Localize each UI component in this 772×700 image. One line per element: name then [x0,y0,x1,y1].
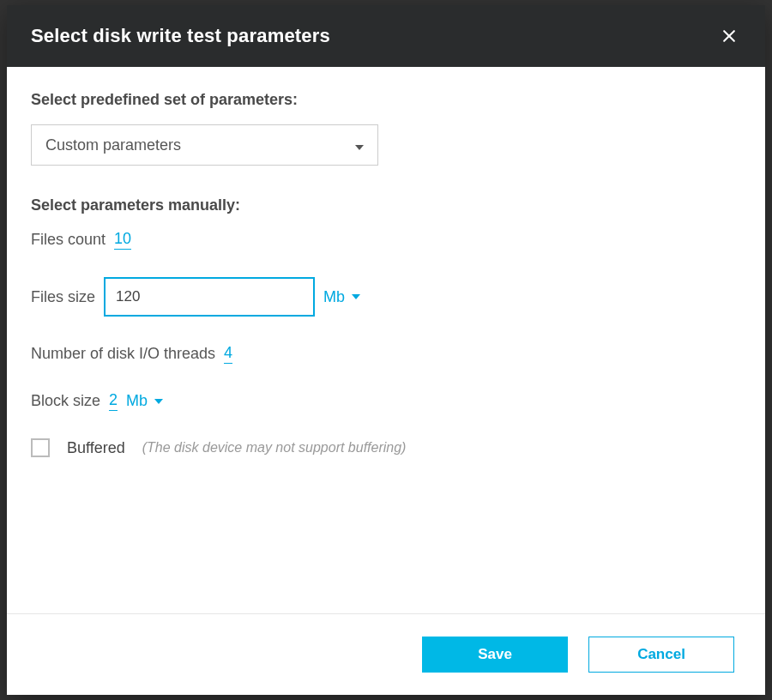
block-size-value[interactable]: 2 [109,391,118,411]
predefined-params-dropdown[interactable]: Custom parameters [31,124,378,166]
chevron-down-icon [355,136,364,154]
buffered-label: Buffered [67,439,125,457]
manual-params-label: Select parameters manually: [31,196,741,214]
buffered-hint: (The disk device may not support bufferi… [142,440,407,456]
dialog-body: Select predefined set of parameters: Cus… [7,67,765,613]
threads-label: Number of disk I/O threads [31,345,215,363]
predefined-params-label: Select predefined set of parameters: [31,91,741,109]
files-count-value[interactable]: 10 [114,230,131,250]
block-size-unit-dropdown[interactable]: Mb [126,392,163,410]
buffered-row: Buffered (The disk device may not suppor… [31,438,741,457]
threads-value[interactable]: 4 [224,344,232,364]
chevron-down-icon [352,294,360,299]
block-size-unit-label: Mb [126,392,148,410]
dialog-select-disk-write-test-parameters: Select disk write test parameters Select… [7,5,765,695]
dialog-title: Select disk write test parameters [31,25,330,47]
files-count-label: Files count [31,231,106,249]
files-size-label: Files size [31,288,95,306]
files-size-unit-dropdown[interactable]: Mb [323,288,360,306]
files-size-row: Files size Mb [31,277,741,317]
buffered-checkbox[interactable] [31,438,50,457]
chevron-down-icon [154,399,163,404]
save-button[interactable]: Save [422,637,568,673]
block-size-row: Block size 2 Mb [31,391,741,411]
block-size-label: Block size [31,392,100,410]
cancel-button[interactable]: Cancel [588,637,734,673]
dialog-footer: Save Cancel [7,613,765,695]
threads-row: Number of disk I/O threads 4 [31,344,741,364]
close-button[interactable] [717,24,741,48]
close-icon [721,27,738,45]
files-size-input[interactable] [104,277,315,317]
files-size-unit-label: Mb [323,288,345,306]
dialog-header: Select disk write test parameters [7,5,765,67]
predefined-params-value: Custom parameters [45,136,181,154]
files-count-row: Files count 10 [31,230,741,250]
